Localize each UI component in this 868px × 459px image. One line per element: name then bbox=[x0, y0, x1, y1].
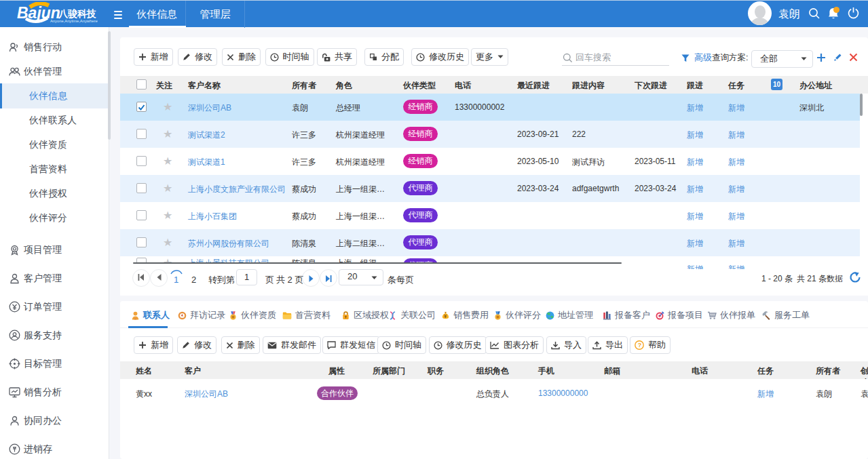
svg-text:八骏科技: 八骏科技 bbox=[58, 8, 96, 19]
svg-text:Anyone,Anytime,Anywhere!: Anyone,Anytime,Anywhere! bbox=[50, 19, 98, 23]
svg-text:¥: ¥ bbox=[444, 314, 447, 319]
svg-text:?: ? bbox=[638, 342, 642, 348]
